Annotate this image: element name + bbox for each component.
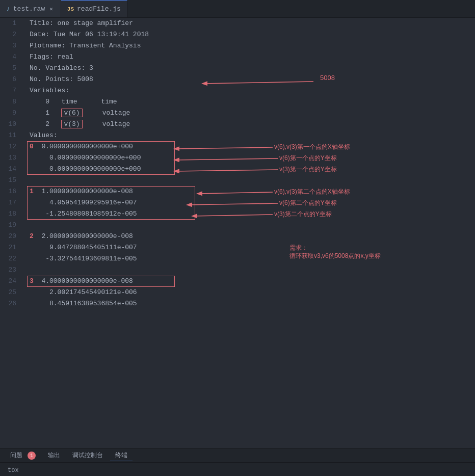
tab-label-readfile-js: readFile.js: [77, 5, 121, 13]
problems-badge: 1: [28, 452, 36, 460]
line-num-24: 24: [5, 276, 16, 287]
values-section-2: 1 1.0000000000000000e-008 4.059541909295…: [30, 186, 470, 220]
line-num-12: 12: [5, 141, 16, 152]
line-num-1: 1: [5, 18, 16, 29]
line-numbers: 1 2 3 4 5 6 7 8 9 10 11 12 13 14 15 16 1…: [0, 18, 24, 448]
line-num-19: 19: [5, 220, 16, 231]
code-line-6: No. Points: 5008: [30, 74, 470, 85]
code-line-1: Title: one stage amplifier: [30, 18, 470, 29]
code-line-22: -3.327544193609811e-005: [30, 253, 470, 265]
terminal-tab-terminal[interactable]: 终端: [110, 450, 133, 461]
line-num-8: 8: [5, 96, 16, 108]
values-section-1: 0 0.0000000000000000e+000 0.000000000000…: [30, 141, 470, 175]
audio-icon: ♪: [6, 5, 10, 13]
line-num-18: 18: [5, 208, 16, 220]
line-num-25: 25: [5, 287, 16, 298]
line-num-3: 3: [5, 40, 16, 51]
tab-close-test-raw[interactable]: ✕: [48, 5, 55, 13]
code-line-20: 2 2.0000000000000000e-008: [30, 231, 470, 242]
editor-area: 1 2 3 4 5 6 7 8 9 10 11 12 13 14 15 16 1…: [0, 18, 475, 448]
code-line-2: Date: Tue Mar 06 13:19:41 2018: [30, 29, 470, 40]
line-num-23: 23: [5, 265, 16, 276]
values-section-4: 3 4.0000000000000000e-008: [30, 276, 470, 287]
line-num-10: 10: [5, 119, 16, 130]
terminal-tab-debug[interactable]: 调试控制台: [67, 450, 108, 461]
code-line-12: 0 0.0000000000000000e+000: [30, 141, 470, 152]
line-num-17: 17: [5, 197, 16, 208]
line-num-14: 14: [5, 164, 16, 175]
line-num-6: 6: [5, 74, 16, 85]
code-line-3: Plotname: Transient Analysis: [30, 40, 470, 51]
code-line-10: 2 v(3) voltage: [30, 119, 470, 130]
code-line-21: 9.047288045405111e-007: [30, 242, 470, 253]
terminal-tab-output[interactable]: 输出: [43, 450, 65, 461]
line-num-15: 15: [5, 175, 16, 186]
code-line-23: [30, 265, 470, 276]
terminal-content: tox: [0, 463, 475, 476]
code-line-15: [30, 175, 470, 186]
code-content[interactable]: Title: one stage amplifier Date: Tue Mar…: [24, 18, 475, 448]
line-num-22: 22: [5, 253, 16, 265]
terminal-text: tox: [8, 467, 19, 474]
line-num-2: 2: [5, 29, 16, 40]
line-num-9: 9: [5, 108, 16, 119]
code-line-25: 2.002174545490121e-006: [30, 287, 470, 298]
code-line-7: Variables:: [30, 85, 470, 96]
code-line-26: 8.459116389536854e-005: [30, 298, 470, 309]
code-line-14: 0.0000000000000000e+000: [30, 164, 470, 175]
terminal-tabs: 问题 1 输出 调试控制台 终端: [0, 448, 475, 463]
output-label: 输出: [48, 452, 60, 459]
code-line-19: [30, 220, 470, 231]
code-line-11: Values:: [30, 130, 470, 141]
problems-label: 问题: [10, 452, 22, 459]
code-line-16: 1 1.0000000000000000e-008: [30, 186, 470, 197]
v6-highlight: v(6): [61, 109, 82, 117]
line-num-26: 26: [5, 298, 16, 309]
terminal-tab-problems[interactable]: 问题 1: [5, 450, 41, 461]
code-line-18: -1.254808081085912e-005: [30, 208, 470, 220]
terminal-panel: 问题 1 输出 调试控制台 终端 tox: [0, 448, 475, 476]
code-line-13: 0.0000000000000000e+000: [30, 152, 470, 164]
code-line-9: 1 v(6) voltage: [30, 108, 470, 119]
debug-label: 调试控制台: [72, 452, 103, 459]
line-num-4: 4: [5, 51, 16, 63]
line-num-21: 21: [5, 242, 16, 253]
tab-test-raw[interactable]: ♪ test.raw ✕: [0, 0, 61, 17]
line-num-11: 11: [5, 130, 16, 141]
code-line-8: 0 time time: [30, 96, 470, 108]
line-num-20: 20: [5, 231, 16, 242]
line-num-7: 7: [5, 85, 16, 96]
code-line-5: No. Variables: 3: [30, 63, 470, 74]
v3-highlight: v(3): [61, 120, 82, 128]
line-num-5: 5: [5, 63, 16, 74]
line-num-13: 13: [5, 152, 16, 164]
code-line-17: 4.059541909295916e-007: [30, 197, 470, 208]
tab-label-test-raw: test.raw: [13, 5, 45, 13]
terminal-label: 终端: [115, 452, 127, 459]
code-line-24: 3 4.0000000000000000e-008: [30, 276, 470, 287]
tab-bar: ♪ test.raw ✕ JS readFile.js: [0, 0, 475, 18]
line-num-16: 16: [5, 186, 16, 197]
js-icon: JS: [67, 6, 74, 12]
tab-readfile-js[interactable]: JS readFile.js: [61, 0, 127, 17]
code-line-4: Flags: real: [30, 51, 470, 63]
